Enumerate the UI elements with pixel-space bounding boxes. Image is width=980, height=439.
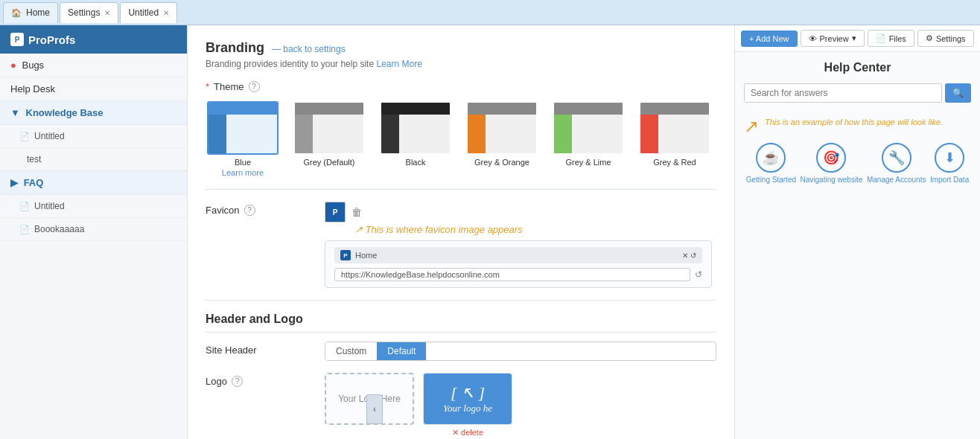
doc-icon3: 📄	[19, 225, 30, 234]
favicon-content: P 🗑 ↗ This is where favicon image appear…	[325, 202, 716, 288]
header-logo-title: Header and Logo	[206, 313, 716, 333]
tab-untitled-close[interactable]: ✕	[163, 9, 169, 17]
sidebar: P ProProfs ● Bugs Help Desk ▼ Knowledge …	[0, 25, 188, 439]
preview-icon-manage-accounts: 🔧 Manage Accounts	[867, 143, 926, 184]
right-panel-body: Help Center 🔍 ↗ This is an example of ho…	[735, 52, 980, 193]
browser-favicon: P	[340, 250, 351, 260]
doc-icon2: 📄	[19, 202, 30, 211]
sidebar-item-untitled1[interactable]: 📄 Untitled	[0, 125, 187, 148]
browser-bar: P Home ✕ ↺	[334, 247, 702, 263]
favicon-area: P 🗑	[325, 202, 716, 222]
logo-help-icon[interactable]: ?	[232, 376, 243, 387]
tab-settings[interactable]: Settings ✕	[60, 2, 118, 23]
theme-greyred-preview	[639, 101, 710, 155]
branding-subtitle: Branding provides identity to your help …	[206, 59, 716, 69]
favicon-label: Favicon ?	[206, 202, 325, 216]
preview-icon-import-data: ⬇ Import Data	[930, 143, 969, 184]
logo-area: Your Logo Here [ ↖ ] Your logo he ✕ dele…	[325, 373, 716, 438]
sidebar-brand[interactable]: P ProProfs	[0, 25, 187, 54]
favicon-delete-btn[interactable]: 🗑	[351, 206, 362, 218]
brand-icon: P	[10, 33, 24, 46]
btn-default[interactable]: Default	[377, 342, 426, 360]
theme-grey-preview	[293, 101, 365, 155]
preview-icon-navigating: 🎯 Navigating website	[801, 143, 863, 184]
learn-more-link[interactable]: Learn More	[376, 59, 421, 69]
theme-greyorange[interactable]: Grey & Orange	[465, 101, 539, 167]
branding-header: Branding — back to settings	[206, 40, 716, 56]
site-header-content: Custom Default	[325, 342, 716, 361]
logo-delete-btn[interactable]: ✕ delete	[423, 428, 512, 438]
right-panel: + Add New 👁 Preview ▾ 📄 Files ⚙ Settings…	[734, 25, 980, 439]
favicon-annotation-arrow: ↗ This is where favicon image appears	[354, 224, 523, 235]
logo-preview-box: [ ↖ ] Your logo he	[423, 373, 512, 425]
btn-custom[interactable]: Custom	[325, 342, 377, 360]
theme-greylime-preview	[553, 101, 624, 155]
sidebar-item-bugs[interactable]: ● Bugs	[0, 54, 187, 77]
collapse-icon: ▼	[10, 107, 20, 118]
theme-learn-more[interactable]: Learn more	[222, 168, 264, 177]
right-panel-toolbar: + Add New 👁 Preview ▾ 📄 Files ⚙ Settings	[735, 25, 980, 52]
files-btn[interactable]: 📄 Files	[868, 30, 914, 47]
site-header-label: Site Header	[206, 342, 325, 356]
add-new-btn[interactable]: + Add New	[741, 31, 798, 47]
gear-icon: ⚙	[926, 33, 933, 43]
tab-untitled-label: Untitled	[128, 7, 159, 18]
main-layout: P ProProfs ● Bugs Help Desk ▼ Knowledge …	[0, 25, 980, 439]
theme-row: Blue Learn more Grey (Default)	[206, 101, 716, 177]
files-icon: 📄	[876, 33, 886, 43]
preview-icon-getting-started: ☕ Getting Started	[746, 143, 796, 184]
theme-black[interactable]: Black	[378, 101, 453, 167]
back-to-settings-link[interactable]: — back to settings	[272, 44, 346, 54]
site-header-btn-group: Custom Default	[325, 342, 716, 361]
sidebar-collapse-btn[interactable]: ‹	[366, 394, 383, 424]
theme-black-preview	[380, 101, 451, 155]
preview-icons-row: ☕ Getting Started 🎯 Navigating website 🔧…	[744, 143, 971, 184]
preview-search-input[interactable]	[744, 83, 942, 103]
theme-greyorange-preview	[466, 101, 538, 155]
theme-section-label: * Theme ?	[206, 81, 716, 92]
favicon-annotation-box: P Home ✕ ↺ https://KnowledgeBase.helpdoc…	[325, 240, 712, 288]
tab-home[interactable]: 🏠 Home	[3, 2, 58, 23]
doc-icon: 📄	[19, 132, 30, 141]
sidebar-item-helpdesk[interactable]: Help Desk	[0, 77, 187, 101]
eye-icon: 👁	[809, 34, 817, 43]
preview-btn[interactable]: 👁 Preview ▾	[801, 30, 865, 47]
logo-row: Logo ? Your Logo Here [ ↖ ] Your log	[206, 373, 716, 439]
tab-untitled[interactable]: Untitled ✕	[120, 2, 177, 23]
preview-title: Help Center	[744, 61, 971, 74]
favicon-help-icon[interactable]: ?	[244, 205, 255, 216]
tab-settings-close[interactable]: ✕	[104, 9, 110, 17]
content-area: Branding — back to settings Branding pro…	[188, 25, 734, 439]
branding-title: Branding	[206, 40, 264, 56]
favicon-row: Favicon ? P 🗑 ↗ This is where favicon im…	[206, 202, 716, 288]
tab-settings-label: Settings	[68, 7, 100, 18]
tab-home-label: Home	[26, 7, 50, 18]
favicon-thumb: P	[325, 202, 346, 222]
browser-url-bar: https://KnowledgeBase.helpdocsonline.com	[334, 268, 690, 281]
collapse-icon2: ▶	[10, 177, 18, 188]
preview-search-btn[interactable]: 🔍	[945, 83, 971, 103]
theme-blue[interactable]: Blue Learn more	[206, 101, 280, 177]
sidebar-item-test[interactable]: test	[0, 148, 187, 171]
site-header-row: Site Header Custom Default	[206, 342, 716, 361]
sidebar-item-boookaaaaa[interactable]: 📄 Boookaaaaa	[0, 218, 187, 241]
theme-grey[interactable]: Grey (Default)	[292, 101, 366, 167]
sidebar-item-faq[interactable]: ▶ FAQ	[0, 171, 187, 195]
chevron-down-icon: ▾	[852, 33, 856, 43]
sidebar-item-knowledgebase[interactable]: ▼ Knowledge Base	[0, 101, 187, 125]
logo-label: Logo ?	[206, 373, 325, 387]
theme-blue-preview	[207, 101, 279, 155]
sidebar-item-untitled2[interactable]: 📄 Untitled	[0, 195, 187, 218]
logo-content: Your Logo Here [ ↖ ] Your logo he ✕ dele…	[325, 373, 716, 439]
theme-greyred[interactable]: Grey & Red	[637, 101, 712, 167]
bullet-icon: ●	[10, 60, 16, 71]
tab-bar: 🏠 Home Settings ✕ Untitled ✕	[0, 0, 980, 25]
theme-greylime[interactable]: Grey & Lime	[551, 101, 626, 167]
theme-help-icon[interactable]: ?	[249, 81, 260, 92]
home-icon: 🏠	[11, 8, 22, 18]
annotation-text: This is an example of how this page will…	[765, 118, 943, 126]
annotation-arrow-icon: ↗	[744, 116, 759, 137]
settings-btn[interactable]: ⚙ Settings	[917, 30, 974, 47]
preview-search: 🔍	[744, 83, 971, 103]
sidebar-brand-label: ProProfs	[28, 33, 75, 46]
